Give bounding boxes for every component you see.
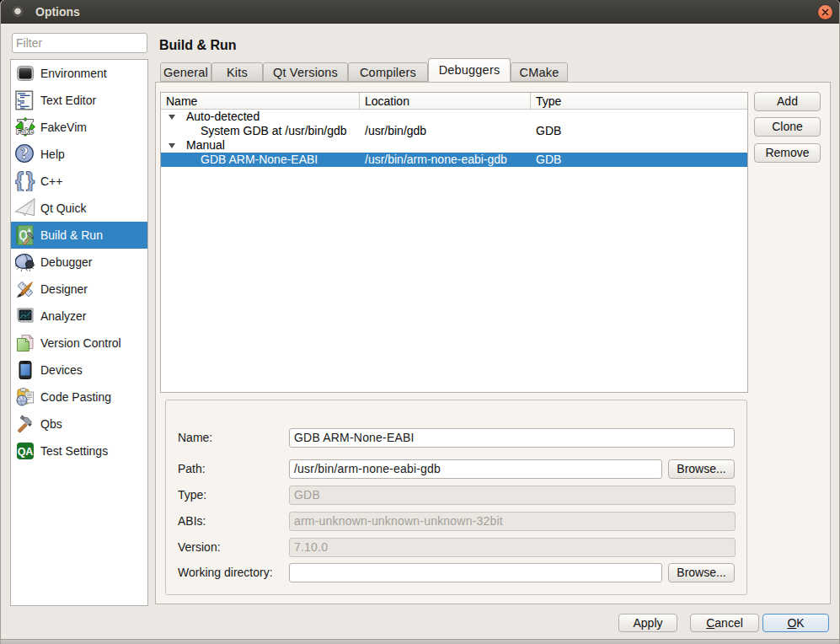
svg-text:QA: QA (18, 446, 34, 458)
svg-text:Fake: Fake (16, 127, 34, 136)
svg-text:?: ? (21, 145, 29, 162)
svg-text:}: } (26, 171, 35, 191)
svg-text:{: { (15, 171, 24, 191)
